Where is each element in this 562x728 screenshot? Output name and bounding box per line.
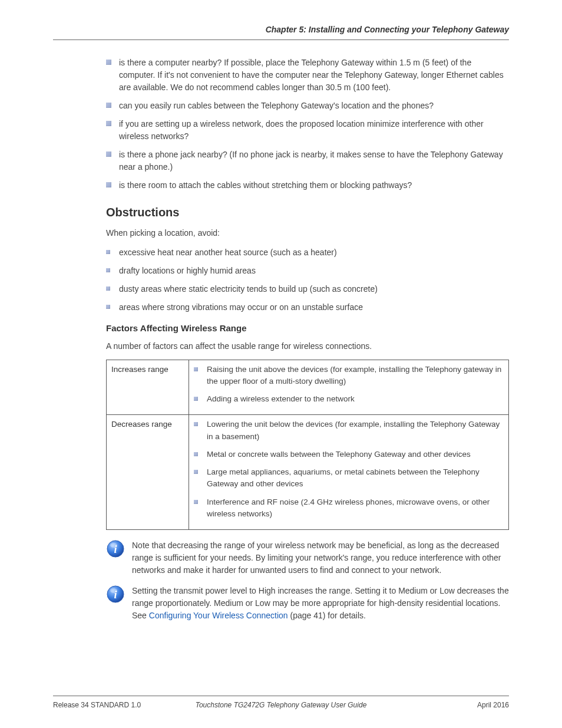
list-item: dusty areas where static electricity ten… — [106, 283, 509, 295]
list-item: drafty locations or highly humid areas — [106, 265, 509, 277]
factors-intro: A number of factors can affect the usabl… — [106, 340, 509, 353]
row-label: Increases range — [107, 360, 189, 415]
info-icon: i — [106, 539, 125, 558]
list-item: is there a phone jack nearby? (If no pho… — [106, 149, 509, 173]
increases-list: Raising the unit above the devices (for … — [194, 364, 504, 406]
footer-release: Release 34 STANDARD 1.0 — [53, 700, 141, 710]
location-considerations-list: is there a computer nearby? If possible,… — [106, 57, 509, 192]
list-item: areas where strong vibrations may occur … — [106, 301, 509, 314]
list-item: if you are setting up a wireless network… — [106, 118, 509, 143]
range-factors-table: Increases range Raising the unit above t… — [106, 360, 509, 531]
note-text: Note that decreasing the range of your w… — [132, 539, 509, 577]
list-item: can you easily run cables between the Te… — [106, 100, 509, 112]
row-label: Decreases range — [107, 415, 189, 530]
list-item: excessive heat near another heat source … — [106, 246, 509, 259]
cross-reference-link[interactable]: Configuring Your Wireless Connection — [149, 611, 288, 620]
table-row: Decreases range Lowering the unit below … — [107, 415, 509, 530]
list-item: is there a computer nearby? If possible,… — [106, 57, 509, 94]
list-item: is there room to attach the cables witho… — [106, 179, 509, 192]
obstructions-heading: Obstructions — [106, 203, 509, 221]
list-item: Lowering the unit below the devices (for… — [194, 419, 504, 443]
list-item: Metal or concrete walls between the Tele… — [194, 449, 504, 460]
svg-text:i: i — [114, 543, 117, 555]
info-note-2: i Setting the transmit power level to Hi… — [106, 585, 509, 622]
chapter-header: Chapter 5: Installing and Connecting you… — [53, 24, 509, 40]
list-item: Adding a wireless extender to the networ… — [194, 393, 504, 405]
obstructions-intro: When picking a location, avoid: — [106, 227, 509, 239]
note-text: Setting the transmit power level to High… — [132, 585, 509, 622]
info-note-1: i Note that decreasing the range of your… — [106, 539, 509, 577]
footer-date: April 2016 — [477, 700, 509, 710]
obstructions-list: excessive heat near another heat source … — [106, 246, 509, 314]
info-icon: i — [106, 585, 125, 604]
svg-text:i: i — [114, 589, 117, 601]
factors-heading: Factors Affecting Wireless Range — [106, 322, 509, 335]
list-item: Large metal appliances, aquariums, or me… — [194, 466, 504, 490]
list-item: Raising the unit above the devices (for … — [194, 364, 504, 388]
table-row: Increases range Raising the unit above t… — [107, 360, 509, 415]
decreases-list: Lowering the unit below the devices (for… — [194, 419, 504, 520]
page-footer: Release 34 STANDARD 1.0 Touchstone TG247… — [53, 696, 509, 710]
list-item: Interference and RF noise (2.4 GHz wirel… — [194, 496, 504, 521]
